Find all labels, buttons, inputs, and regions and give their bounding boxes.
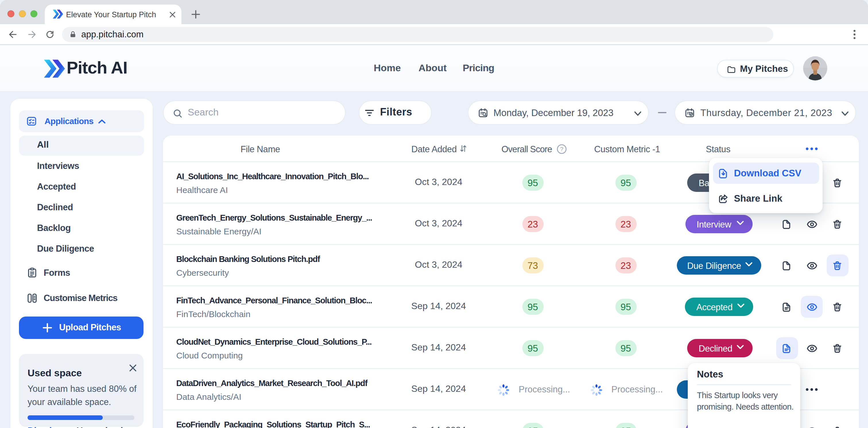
svg-text:?: ?: [560, 146, 563, 152]
